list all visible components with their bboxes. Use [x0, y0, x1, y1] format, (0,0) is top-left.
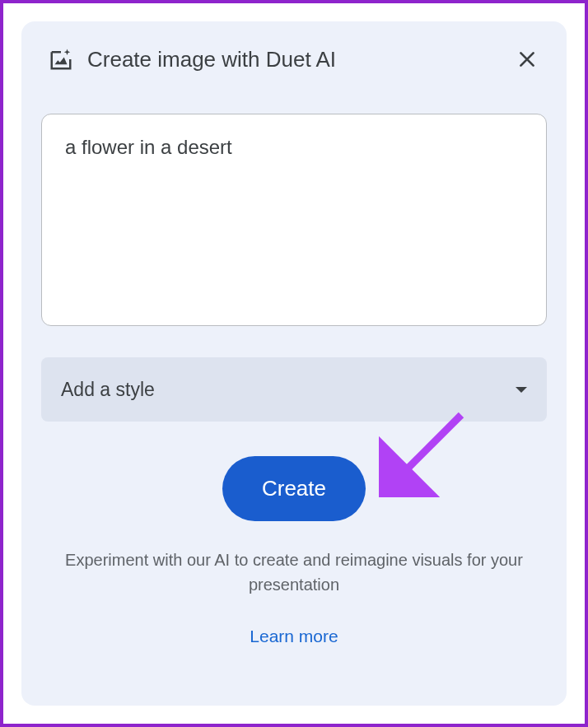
duet-ai-panel: Create image with Duet AI Add a style Cr…	[21, 21, 567, 706]
dropdown-label: Add a style	[61, 379, 155, 401]
style-dropdown[interactable]: Add a style	[41, 357, 547, 422]
prompt-textarea[interactable]	[41, 114, 547, 326]
create-button[interactable]: Create	[222, 456, 366, 521]
chevron-down-icon	[516, 387, 527, 393]
image-sparkle-icon	[48, 46, 74, 72]
learn-more-link[interactable]: Learn more	[41, 627, 547, 646]
description-text: Experiment with our AI to create and rei…	[41, 548, 547, 597]
close-button[interactable]	[514, 46, 540, 72]
button-row: Create	[41, 456, 547, 521]
panel-header: Create image with Duet AI	[41, 46, 547, 72]
panel-title: Create image with Duet AI	[87, 47, 501, 72]
svg-line-1	[394, 415, 461, 482]
close-icon	[516, 49, 538, 70]
